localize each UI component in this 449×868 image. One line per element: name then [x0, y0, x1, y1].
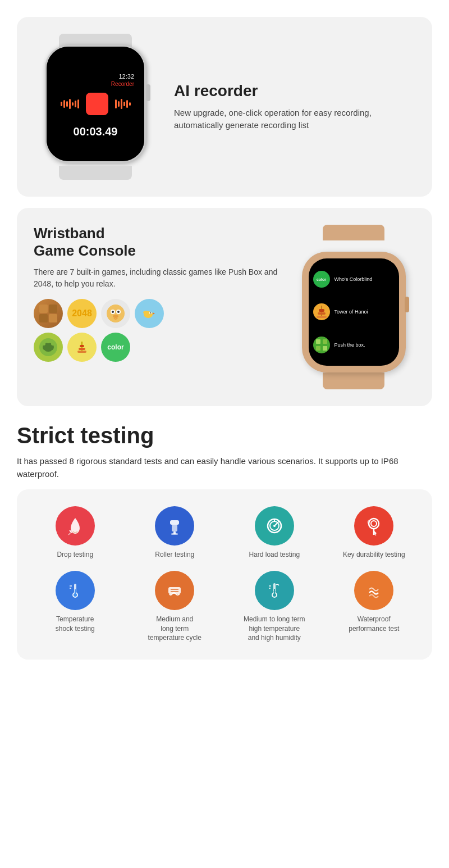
game-console-section: Wristband Game Console There are 7 built… — [17, 208, 432, 406]
svg-rect-27 — [80, 345, 84, 347]
game-icon-hanoi — [67, 333, 97, 362]
recorder-waveform — [61, 93, 131, 115]
temp-shock-label: Temperatureshock testing — [56, 615, 95, 634]
svg-point-22 — [47, 340, 50, 343]
recorder-duration: 00:03.49 — [74, 125, 118, 138]
game-icon-puzzle — [34, 299, 63, 328]
svg-rect-35 — [323, 346, 327, 351]
game-console-title: Wristband Game Console — [34, 225, 281, 260]
test-item-waterproof: Waterproofperformance test — [327, 571, 421, 643]
svg-rect-30 — [318, 312, 326, 315]
drop-test-label: Drop testing — [57, 550, 93, 560]
svg-rect-39 — [172, 525, 177, 531]
svg-rect-32 — [316, 339, 320, 344]
recorder-time: 12:32 — [118, 73, 134, 80]
svg-rect-33 — [316, 346, 320, 351]
strict-testing-header: Strict testing It has passed 8 rigorous … — [17, 423, 432, 480]
svg-point-47 — [273, 525, 276, 527]
game-watch-illustration: color Who's Colorblind Tower of Hanoi Pu… — [292, 225, 415, 389]
ai-recorder-description: New upgrade, one-click operation for eas… — [174, 107, 415, 132]
ai-recorder-text: AI recorder New upgrade, one-click opera… — [174, 82, 415, 132]
svg-point-18 — [42, 350, 45, 353]
game-console-description: There are 7 built-in games, including cl… — [34, 266, 281, 290]
svg-rect-34 — [323, 339, 327, 344]
svg-line-37 — [68, 533, 71, 535]
waterproof-label: Waterproofperformance test — [349, 615, 399, 634]
game-list-text-1: Who's Colorblind — [335, 276, 373, 282]
svg-point-12 — [143, 311, 149, 314]
roller-icon-circle — [155, 506, 194, 546]
recorder-label-text: Recorder — [111, 81, 134, 87]
test-item-hardload: Hard load testing — [227, 506, 322, 560]
svg-point-14 — [150, 312, 151, 313]
record-button — [86, 93, 108, 115]
test-item-key: Key durability testing — [327, 506, 421, 560]
game-icon-flappy — [135, 299, 164, 328]
game-icon-snake — [101, 299, 130, 328]
test-item-humidity: Medium to long termhigh temperatureand h… — [227, 571, 322, 643]
testing-row-1: Drop testing Roller testing — [28, 506, 421, 560]
ai-recorder-section: 12:32 Recorder — [17, 17, 432, 197]
svg-point-49 — [371, 521, 377, 526]
game-watch-screen: color Who's Colorblind Tower of Hanoi Pu… — [309, 258, 399, 366]
key-test-label: Key durability testing — [343, 550, 405, 560]
humidity-label: Medium to long termhigh temperatureand h… — [244, 615, 305, 643]
test-item-temp-shock: Temperatureshock testing — [28, 571, 122, 643]
roller-test-label: Roller testing — [155, 550, 194, 560]
game-watch-crown — [405, 297, 409, 312]
svg-point-20 — [42, 342, 45, 346]
svg-rect-1 — [49, 305, 57, 313]
game-icon-color: color — [101, 333, 130, 362]
ai-recorder-title: AI recorder — [174, 82, 415, 100]
game-icon-2048: 2048 — [67, 299, 97, 328]
svg-rect-26 — [79, 348, 85, 350]
game-icon-turtle — [34, 333, 63, 362]
svg-point-4 — [107, 305, 125, 322]
svg-point-56 — [74, 593, 77, 597]
watch-crown — [146, 84, 150, 101]
svg-rect-0 — [39, 305, 48, 313]
test-item-roller: Roller testing — [128, 506, 222, 560]
svg-rect-41 — [171, 533, 178, 535]
testing-grid: Drop testing Roller testing — [17, 489, 432, 660]
humidity-icon-circle — [255, 571, 294, 610]
svg-point-65 — [273, 593, 276, 597]
svg-rect-25 — [77, 351, 86, 353]
watch-band-bottom — [59, 166, 132, 180]
game-watch-body: color Who's Colorblind Tower of Hanoi Pu… — [302, 252, 406, 372]
temp-cycle-label: Medium andlong termtemperature cycle — [148, 615, 201, 643]
svg-rect-3 — [49, 314, 57, 322]
game-list-item-2: Tower of Hanoi — [313, 303, 395, 320]
game-list-text-2: Tower of Hanoi — [335, 309, 368, 315]
game-list-item-3: Push the box. — [313, 337, 395, 353]
game-icons-grid: 2048 — [34, 299, 281, 362]
game-watch-band-top — [323, 225, 384, 240]
watch-body: 12:32 Recorder — [45, 45, 146, 163]
test-item-temp-cycle: Medium andlong termtemperature cycle — [128, 571, 222, 643]
test-item-drop: Drop testing — [28, 506, 122, 560]
svg-point-8 — [117, 311, 120, 313]
svg-rect-31 — [319, 309, 324, 312]
game-pushbox-icon — [313, 337, 330, 353]
strict-testing-description: It has passed 8 rigorous standard tests … — [17, 455, 432, 480]
svg-point-19 — [51, 350, 54, 353]
game-list-text-3: Push the box. — [335, 342, 365, 348]
svg-point-21 — [51, 342, 54, 346]
strict-testing-title: Strict testing — [17, 423, 432, 448]
temp-shock-icon-circle — [56, 571, 95, 610]
svg-point-9 — [113, 315, 118, 318]
waterproof-icon-circle — [354, 571, 393, 610]
recorder-watch-illustration: 12:32 Recorder — [34, 34, 157, 180]
svg-rect-38 — [170, 520, 179, 525]
drop-icon-circle — [56, 506, 95, 546]
game-watch-band-bottom — [323, 372, 384, 389]
game-text: Wristband Game Console There are 7 built… — [34, 225, 281, 389]
testing-row-2: Temperatureshock testing Medium andlong … — [28, 571, 421, 643]
svg-rect-29 — [317, 316, 327, 318]
hardload-test-label: Hard load testing — [249, 550, 300, 560]
temp-cycle-icon-circle — [155, 571, 194, 610]
key-icon-circle — [354, 506, 393, 546]
svg-point-7 — [112, 311, 114, 313]
game-hanoi-icon — [313, 303, 330, 320]
recorder-screen: 12:32 Recorder — [47, 47, 144, 161]
